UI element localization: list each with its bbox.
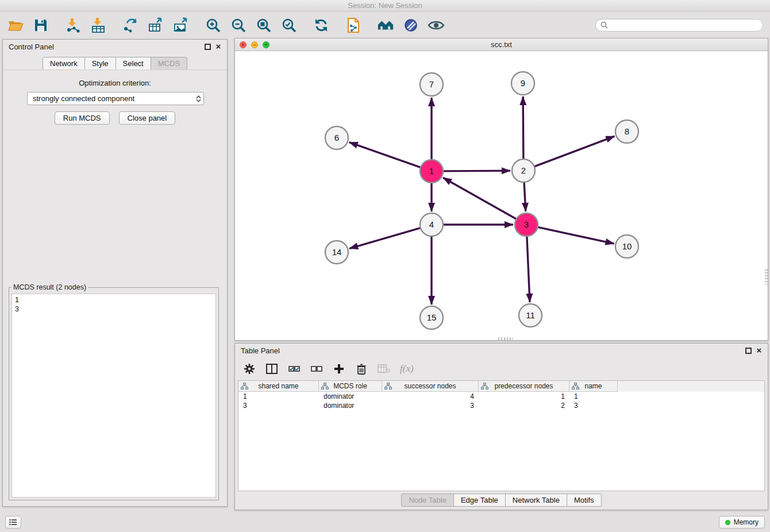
select-all-columns-icon[interactable] xyxy=(288,363,301,375)
control-panel-tabs: NetworkStyleSelectMCDS xyxy=(43,57,187,70)
control-panel-title: Control Panel xyxy=(9,43,54,51)
search-input[interactable] xyxy=(611,20,758,30)
column-header-label: shared name xyxy=(258,382,298,390)
graph-edge-3-10[interactable] xyxy=(537,227,614,244)
optimization-criterion-label: Optimization criterion: xyxy=(3,79,227,87)
zoom-out-icon[interactable] xyxy=(230,17,247,34)
import-network-icon[interactable] xyxy=(64,17,82,34)
tab-mcds[interactable]: MCDS xyxy=(151,57,187,70)
tab-motifs[interactable]: Motifs xyxy=(567,494,602,507)
table-cell: 1 xyxy=(479,392,569,400)
table-cell: 3 xyxy=(238,402,319,410)
eye-icon[interactable] xyxy=(428,17,445,34)
float-panel-icon[interactable] xyxy=(745,348,752,354)
tab-select[interactable]: Select xyxy=(116,57,151,70)
column-header-shared-name[interactable]: shared name xyxy=(238,381,319,392)
tab-node-table[interactable]: Node Table xyxy=(401,494,454,507)
export-network-icon[interactable] xyxy=(122,17,139,34)
table-cell: 2 xyxy=(479,402,569,410)
graph-edge-2-9[interactable] xyxy=(523,97,523,160)
column-header-predecessor-nodes[interactable]: predecessor nodes xyxy=(479,381,569,392)
svg-text:3: 3 xyxy=(524,219,529,229)
column-type-icon xyxy=(572,383,579,391)
graph-node-9[interactable]: 9 xyxy=(511,72,534,95)
graph-node-4[interactable]: 4 xyxy=(420,213,443,236)
toolbar-search[interactable] xyxy=(595,19,763,32)
table-row[interactable]: 1dominator411 xyxy=(238,392,764,401)
graph-node-14[interactable]: 14 xyxy=(325,241,348,264)
control-panel: Control Panel × NetworkStyleSelectMCDS O… xyxy=(2,39,228,507)
graph-edge-3-1[interactable] xyxy=(443,178,517,219)
graph-node-10[interactable]: 10 xyxy=(615,235,638,258)
node-table: shared nameMCDS rolesuccessor nodesprede… xyxy=(238,380,765,491)
delete-column-icon[interactable] xyxy=(355,363,368,375)
mcds-result-title: MCDS result (2 nodes) xyxy=(11,283,88,291)
graph-node-11[interactable]: 11 xyxy=(519,304,542,327)
table-panel-title: Table Panel xyxy=(241,346,280,355)
graph-edge-4-14[interactable] xyxy=(349,228,422,249)
graph-node-6[interactable]: 6 xyxy=(325,126,348,149)
zoom-in-icon[interactable] xyxy=(205,17,222,34)
graph-node-2[interactable]: 2 xyxy=(512,159,535,182)
export-table-icon[interactable] xyxy=(147,17,164,34)
tab-network-table[interactable]: Network Table xyxy=(505,494,567,507)
houses-icon[interactable] xyxy=(377,17,394,34)
open-session-icon[interactable] xyxy=(7,17,24,34)
export-image-icon[interactable] xyxy=(172,17,190,34)
table-cell: 3 xyxy=(382,402,479,410)
graph-edge-2-8[interactable] xyxy=(533,136,615,167)
graph-node-15[interactable]: 15 xyxy=(420,306,443,329)
show-columns-icon[interactable] xyxy=(265,363,278,375)
network-window-title: scc.txt xyxy=(235,38,768,51)
add-column-icon[interactable] xyxy=(333,363,345,375)
save-session-icon[interactable] xyxy=(32,17,49,34)
tab-network[interactable]: Network xyxy=(43,57,85,70)
zoom-fit-icon[interactable] xyxy=(255,17,272,34)
table-row[interactable]: 3dominator323 xyxy=(238,401,764,410)
dropdown-stepper-icon xyxy=(196,95,201,102)
svg-text:9: 9 xyxy=(521,78,525,88)
function-builder-icon: f(x) xyxy=(400,363,414,375)
memory-button[interactable]: Memory xyxy=(719,516,765,529)
zoom-selected-icon[interactable] xyxy=(280,17,298,34)
table-cell: dominator xyxy=(319,392,382,400)
details-disc-icon[interactable] xyxy=(402,17,419,34)
network-document-icon[interactable] xyxy=(345,17,362,34)
refresh-icon[interactable] xyxy=(313,17,330,34)
task-history-button[interactable] xyxy=(5,516,21,529)
tab-style[interactable]: Style xyxy=(84,57,116,70)
network-canvas[interactable]: 7968124314101511 xyxy=(235,51,768,340)
splitter-handle[interactable] xyxy=(498,337,513,340)
graph-node-1[interactable]: 1 xyxy=(420,160,443,183)
unselect-all-columns-icon[interactable] xyxy=(310,363,323,375)
column-header-MCDS-role[interactable]: MCDS role xyxy=(319,381,382,392)
svg-text:1: 1 xyxy=(429,166,434,176)
main-toolbar xyxy=(0,12,770,38)
close-panel-icon[interactable]: × xyxy=(755,346,763,355)
graph-edge-1-2[interactable] xyxy=(442,171,510,171)
svg-text:8: 8 xyxy=(625,126,629,136)
column-header-successor-nodes[interactable]: successor nodes xyxy=(382,381,479,392)
close-panel-button[interactable]: Close panel xyxy=(119,111,176,125)
mcds-result-list[interactable]: 13 xyxy=(11,294,216,498)
svg-text:10: 10 xyxy=(622,241,632,251)
splitter-handle[interactable] xyxy=(765,269,768,284)
column-header-name[interactable]: name xyxy=(569,381,618,392)
graph-edge-2-3[interactable] xyxy=(524,181,526,211)
criterion-dropdown[interactable]: strongly connected component xyxy=(27,92,204,105)
tab-edge-table[interactable]: Edge Table xyxy=(453,494,506,507)
graph-node-3[interactable]: 3 xyxy=(515,213,538,236)
graph-edge-3-11[interactable] xyxy=(527,235,530,302)
graph-node-7[interactable]: 7 xyxy=(420,73,443,96)
graph-node-8[interactable]: 8 xyxy=(615,120,638,143)
table-cell: 4 xyxy=(382,392,479,400)
run-mcds-button[interactable]: Run MCDS xyxy=(55,111,110,125)
import-table-icon[interactable] xyxy=(90,17,107,34)
close-panel-icon[interactable]: × xyxy=(214,42,222,51)
mcds-result-box: MCDS result (2 nodes) 13 xyxy=(9,283,219,500)
table-cell: 3 xyxy=(569,402,618,410)
table-settings-gear-icon[interactable] xyxy=(243,363,256,375)
float-panel-icon[interactable] xyxy=(205,44,211,50)
table-cell: 1 xyxy=(569,392,618,400)
graph-edge-1-6[interactable] xyxy=(349,142,422,168)
